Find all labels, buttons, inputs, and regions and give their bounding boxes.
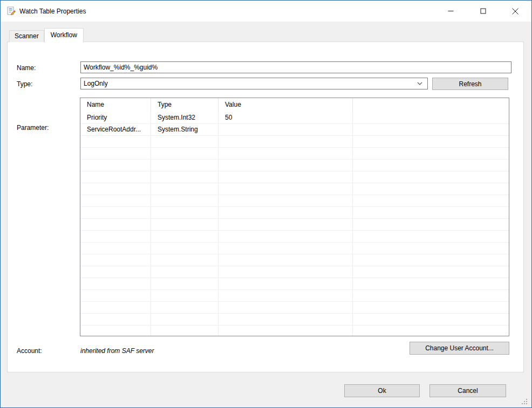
table-cell: 50 <box>219 112 353 123</box>
table-row <box>80 302 509 314</box>
table-cell <box>80 219 151 230</box>
table-cell <box>151 231 219 242</box>
column-header-type[interactable]: Type <box>151 98 219 112</box>
table-row <box>80 326 509 336</box>
table-row <box>80 219 509 231</box>
table-row <box>80 136 509 148</box>
table-cell <box>151 136 219 147</box>
table-cell <box>219 326 353 336</box>
table-cell <box>353 231 509 242</box>
title-bar[interactable]: Watch Table Properties <box>1 1 531 22</box>
watch-table-properties-dialog: Watch Table Properties ScannerWorkflow <box>0 0 532 408</box>
column-header-name[interactable]: Name <box>80 98 151 112</box>
ok-button[interactable]: Ok <box>344 384 420 397</box>
table-cell: Priority <box>80 112 151 123</box>
table-cell <box>80 136 151 147</box>
table-cell <box>151 195 219 206</box>
table-cell <box>151 302 219 313</box>
refresh-button[interactable]: Refresh <box>432 78 508 90</box>
caption-buttons <box>434 1 531 22</box>
table-cell <box>353 266 509 278</box>
table-cell <box>353 124 509 135</box>
table-cell <box>151 266 219 278</box>
table-cell <box>219 290 353 301</box>
table-cell <box>80 326 151 336</box>
table-cell <box>353 207 509 218</box>
table-cell <box>151 290 219 301</box>
type-dropdown[interactable]: LogOnly <box>80 78 428 89</box>
close-button[interactable] <box>499 1 531 22</box>
table-cell <box>80 254 151 266</box>
table-row <box>80 290 509 302</box>
account-label: Account: <box>17 347 42 355</box>
tab-workflow[interactable]: Workflow <box>44 28 84 43</box>
table-cell <box>219 136 353 147</box>
table-row <box>80 207 509 219</box>
type-dropdown-value: LogOnly <box>84 80 417 87</box>
table-cell <box>151 243 219 254</box>
name-input[interactable] <box>80 61 511 73</box>
maximize-icon <box>480 8 486 14</box>
tab-strip: ScannerWorkflow <box>9 28 84 42</box>
table-cell <box>80 278 151 289</box>
table-cell <box>219 278 353 289</box>
table-cell <box>219 195 353 206</box>
table-cell <box>219 231 353 242</box>
table-cell <box>353 136 509 147</box>
table-cell <box>80 171 151 183</box>
minimize-icon <box>448 8 454 14</box>
table-cell <box>80 183 151 195</box>
parameter-label: Parameter: <box>17 124 49 132</box>
maximize-button[interactable] <box>467 1 499 22</box>
name-label: Name: <box>17 64 36 72</box>
table-row[interactable]: ServiceRootAddr...System.String <box>80 124 509 136</box>
resize-grip[interactable] <box>520 397 528 405</box>
table-cell <box>353 148 509 159</box>
table-cell <box>80 160 151 171</box>
table-cell <box>219 207 353 218</box>
table-cell <box>353 112 509 123</box>
document-edit-icon <box>6 6 16 16</box>
table-cell <box>151 183 219 195</box>
table-cell <box>353 219 509 230</box>
table-cell <box>219 243 353 254</box>
table-row <box>80 183 509 195</box>
table-cell <box>151 207 219 218</box>
table-cell <box>353 302 509 313</box>
parameter-table-body: PrioritySystem.Int3250ServiceRootAddr...… <box>80 112 509 336</box>
table-cell <box>219 160 353 171</box>
table-cell <box>219 171 353 183</box>
table-cell <box>151 219 219 230</box>
column-header-blank[interactable] <box>353 98 509 112</box>
chevron-down-icon <box>417 82 422 85</box>
window-title: Watch Table Properties <box>19 8 86 15</box>
table-cell <box>80 314 151 325</box>
table-cell <box>151 160 219 171</box>
type-label: Type: <box>17 80 32 88</box>
table-cell <box>151 326 219 336</box>
account-value: inherited from SAF server <box>80 347 154 355</box>
table-row[interactable]: PrioritySystem.Int3250 <box>80 112 509 124</box>
table-cell: System.Int32 <box>151 112 219 123</box>
cancel-button[interactable]: Cancel <box>429 384 506 397</box>
parameter-table: NameTypeValue PrioritySystem.Int3250Serv… <box>80 98 509 336</box>
table-cell <box>80 231 151 242</box>
table-cell <box>219 314 353 325</box>
table-cell <box>151 314 219 325</box>
table-row <box>80 314 509 326</box>
table-cell <box>219 183 353 195</box>
table-row <box>80 243 509 254</box>
change-user-account-button[interactable]: Change User Account... <box>410 342 509 355</box>
table-cell <box>353 171 509 183</box>
column-header-value[interactable]: Value <box>219 98 353 112</box>
table-cell <box>219 124 353 135</box>
table-cell <box>80 302 151 313</box>
table-cell <box>219 302 353 313</box>
table-row <box>80 148 509 160</box>
minimize-button[interactable] <box>434 1 467 22</box>
tab-scanner[interactable]: Scanner <box>9 30 44 42</box>
table-cell <box>219 266 353 278</box>
table-cell: ServiceRootAddr... <box>80 124 151 135</box>
table-row <box>80 160 509 171</box>
table-cell <box>353 278 509 289</box>
